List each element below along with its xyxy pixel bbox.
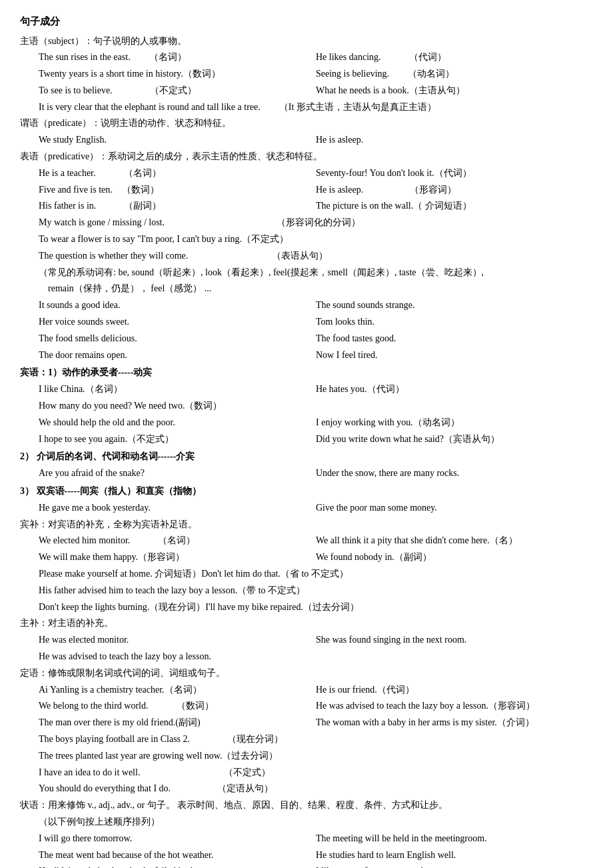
subject-ex2-right: Seeing is believing. （动名词） xyxy=(316,66,593,82)
subject-example-4: It is very clear that the elephant is ro… xyxy=(39,99,593,115)
obj-comp-ex1: We elected him monitor. （名词） We all thin… xyxy=(39,533,593,549)
page-content: 句子成分 主语（subject）：句子说明的人或事物。 The sun rise… xyxy=(20,13,593,868)
attr-ex4: The boys playing football are in Class 2… xyxy=(39,731,593,747)
subject-example-2: Twenty years is a short time in history.… xyxy=(39,66,593,83)
adverbial-def2: （以下例句按上述顺序排列） xyxy=(39,814,593,830)
subject-ex3-left: To see is to believe. （不定式） xyxy=(39,83,316,99)
attr-ex2: We belong to the third world. （数词） He wa… xyxy=(39,698,593,715)
subj-comp-ex2: He was advised to teach the lazy boy a l… xyxy=(39,649,593,665)
adv-ex3: He didn't study hard so that he failed i… xyxy=(39,863,593,868)
object-ex2-1: Are you afraid of the snake? Under the s… xyxy=(39,465,593,482)
subj-complement-def: 主补：对主语的补充。 xyxy=(20,615,593,631)
section1-title: 句子成分 xyxy=(20,13,593,31)
object-ex1: I like China.（名词） He hates you.（代词） xyxy=(39,381,593,398)
subject-ex3-right: What he needs is a book.（主语从句） xyxy=(316,83,593,99)
attr-ex6: I have an idea to do it well. （不定式） xyxy=(39,765,593,781)
object-ex3: We should help the old and the poor. I e… xyxy=(39,415,593,431)
subject-ex1-right: He likes dancing. （代词） xyxy=(316,49,593,65)
predicative-def: 表语（predicative）：系动词之后的成分，表示主语的性质、状态和特征。 xyxy=(20,149,593,165)
predicative-note2: remain（保持，仍是）， feel（感觉） ... xyxy=(48,281,593,297)
predicative-ex9: The food smells delicious. The food tast… xyxy=(39,331,593,347)
predicative-ex2: Five and five is ten. （数词） He is asleep.… xyxy=(39,182,593,199)
adv-ex1: I will go there tomorrow. The meeting wi… xyxy=(39,831,593,847)
object-ex2: How many do you need? We need two.（数词） xyxy=(39,398,593,414)
predicative-ex10: The door remains open. Now I feel tired. xyxy=(39,347,593,364)
predicate-example-1: We study English. He is asleep. xyxy=(39,132,593,149)
obj-comp-ex5: Don't keep the lights burning.（现在分词）I'll… xyxy=(39,599,593,615)
predicative-ex4: My watch is gone / missing / lost. （形容词化… xyxy=(39,215,593,231)
obj-complement-def: 宾补：对宾语的补充，全称为宾语补足语。 xyxy=(20,517,593,533)
predicative-note: （常见的系动词有: be, sound（听起来）, look（看起来）, fee… xyxy=(39,265,593,281)
predicate-def: 谓语（predicate）：说明主语的动作、状态和特征。 xyxy=(20,115,593,131)
object-title: 宾语：1）动作的承受者-----动宾 xyxy=(20,365,593,381)
attr-ex1: Ai Yanling is a chemistry teacher.（名词） H… xyxy=(39,682,593,699)
obj-comp-ex3: Please make yourself at home. 介词短语）Don't… xyxy=(39,566,593,582)
attr-def: 定语：修饰或限制名词或代词的词、词组或句子。 xyxy=(20,665,593,681)
predicative-ex7: It sounds a good idea. The sound sounds … xyxy=(39,297,593,314)
predicative-ex3: His father is in. （副词） The picture is on… xyxy=(39,198,593,215)
object-title2: 2） 介词后的名词、代词和动名词------介宾 xyxy=(20,449,593,465)
subject-def: 主语（subject）：句子说明的人或事物。 xyxy=(20,33,593,49)
obj-comp-ex4: His father advised him to teach the lazy… xyxy=(39,583,593,599)
attr-ex5: The trees planted last year are growing … xyxy=(39,748,593,764)
predicative-ex5: To wear a flower is to say "I'm poor, I … xyxy=(39,231,593,247)
subject-ex1-left: The sun rises in the east. （名词） xyxy=(39,49,316,65)
predicative-ex1: He is a teacher. （名词） Seventy-four! You … xyxy=(39,165,593,182)
object-title3: 3） 双宾语-----间宾（指人）和直宾（指物） xyxy=(20,483,593,499)
object-ex3-1: He gave me a book yesterday. Give the po… xyxy=(39,500,593,517)
attr-ex7: You should do everything that I do. （定语从… xyxy=(39,781,593,797)
subject-example-1: The sun rises in the east. （名词） He likes… xyxy=(39,49,593,66)
subject-ex2-left: Twenty years is a short time in history.… xyxy=(39,66,316,82)
subject-example-3: To see is to believe. （不定式） What he need… xyxy=(39,83,593,99)
subj-comp-ex1: He was elected monitor. She was found si… xyxy=(39,632,593,649)
object-ex4: I hope to see you again.（不定式） Did you wr… xyxy=(39,431,593,448)
predicative-ex8: Her voice sounds sweet. Tom looks thin. xyxy=(39,314,593,331)
predicative-ex6: The question is whether they will come. … xyxy=(39,248,593,264)
obj-comp-ex2: We will make them happy.（形容词） We found n… xyxy=(39,549,593,566)
adverbial-def: 状语：用来修饰 v., adj., adv., or 句子。 表示时间、地点、原… xyxy=(20,797,593,813)
attr-ex3: The man over there is my old friend.(副词)… xyxy=(39,715,593,731)
adv-ex2: The meat went bad because of the hot wea… xyxy=(39,847,593,864)
